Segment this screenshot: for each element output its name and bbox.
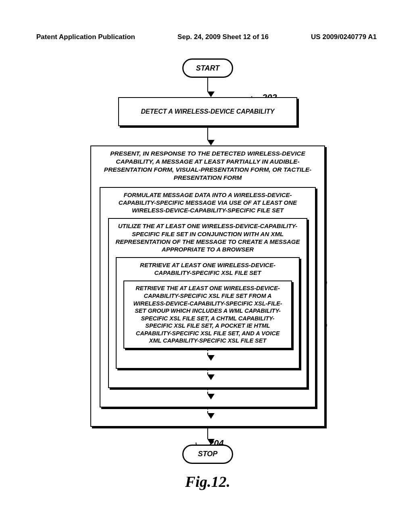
header-left: Patent Application Publication [36, 33, 135, 41]
figure-label: Fig.12. [56, 473, 359, 490]
arrow-present-stop [207, 427, 208, 445]
start-terminator: START [182, 58, 233, 78]
stop-terminator: STOP [182, 445, 233, 464]
box-formulate: FORMULATE MESSAGE DATA INTO A WIRELESS-D… [100, 187, 316, 407]
header-mid: Sep. 24, 2009 Sheet 12 of 16 [177, 33, 269, 41]
box-utilize-text: UTILIZE THE AT LEAST ONE WIRELESS-DEVICE… [109, 219, 307, 256]
page-header: Patent Application Publication Sep. 24, … [36, 33, 377, 41]
box-retrieve-group: RETRIEVE THE AT LEAST ONE WIRELESS-DEVIC… [123, 281, 292, 348]
box-present-text: PRESENT, IN RESPONSE TO THE DETECTED WIR… [91, 146, 324, 185]
arrow-group-out3 [207, 388, 208, 399]
box-detect-text: DETECT A WIRELESS-DEVICE CAPABILITY [119, 98, 296, 125]
arrow-start-detect [207, 78, 208, 97]
box-retrieve-text: RETRIEVE AT LEAST ONE WIRELESS-DEVICE-CA… [117, 258, 299, 280]
box-formulate-text: FORMULATE MESSAGE DATA INTO A WIRELESS-D… [100, 188, 315, 218]
box-present: PRESENT, IN RESPONSE TO THE DETECTED WIR… [90, 145, 325, 426]
box-retrieve-group-text: RETRIEVE THE AT LEAST ONE WIRELESS-DEVIC… [124, 281, 291, 347]
box-detect: DETECT A WIRELESS-DEVICE CAPABILITY [118, 97, 297, 126]
arrow-detect-present [207, 126, 208, 145]
arrow-group-out1 [207, 349, 208, 361]
start-label: START [196, 64, 219, 73]
header-right: US 2009/0240779 A1 [311, 33, 377, 41]
box-utilize: UTILIZE THE AT LEAST ONE WIRELESS-DEVICE… [108, 218, 307, 388]
flowchart: 200 202 500 600 900 1100 1200 204 START … [56, 58, 359, 490]
stop-label: STOP [198, 450, 218, 458]
arrow-group-out2 [207, 369, 208, 380]
box-retrieve: RETRIEVE AT LEAST ONE WIRELESS-DEVICE-CA… [116, 257, 300, 369]
arrow-group-out4 [207, 407, 208, 419]
page: Patent Application Publication Sep. 24, … [0, 0, 413, 532]
